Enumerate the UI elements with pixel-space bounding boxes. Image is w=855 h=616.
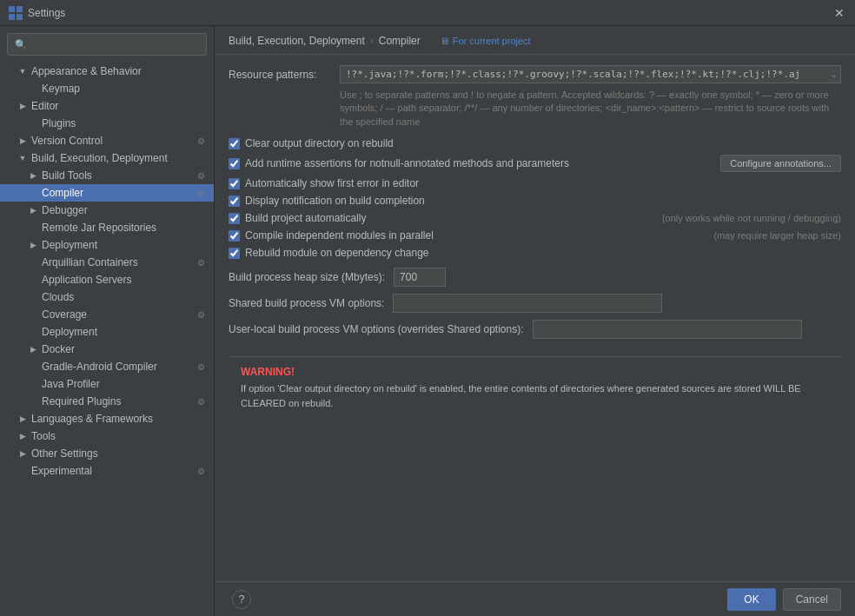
checkbox-compile-independent-input[interactable]: [229, 230, 240, 242]
expand-icon-other: [17, 448, 28, 459]
sidebar-item-plugins[interactable]: Plugins: [0, 115, 214, 132]
checkbox-auto-show-input[interactable]: [229, 178, 240, 189]
cancel-button[interactable]: Cancel: [783, 588, 841, 611]
leaf-icon-experimental: [17, 466, 28, 476]
user-local-vm-row: User-local build process VM options (ove…: [229, 320, 841, 339]
settings-content: Resource patterns: ⌄ Use ; to separate p…: [215, 55, 855, 581]
sidebar-item-deployment[interactable]: Deployment: [0, 236, 214, 254]
sidebar-label-compiler: Compiler: [42, 187, 83, 199]
leaf-icon-plugins: [28, 118, 38, 129]
heap-size-input[interactable]: [394, 268, 446, 287]
sidebar-label-docker: Docker: [42, 343, 75, 355]
sidebar-item-build-execution[interactable]: Build, Execution, Deployment: [0, 149, 214, 167]
sidebar-item-other-settings[interactable]: Other Settings: [0, 445, 214, 462]
checkbox-auto-show: Automatically show first error in editor: [229, 177, 841, 189]
build-auto-note: (only works while not running / debuggin…: [645, 213, 841, 223]
sidebar-label-experimental: Experimental: [31, 465, 92, 477]
sidebar-item-required-plugins[interactable]: Required Plugins ⚙: [0, 393, 214, 410]
checkbox-build-auto-input[interactable]: [229, 213, 240, 224]
help-button[interactable]: ?: [232, 590, 251, 609]
sidebar-item-keymap[interactable]: Keymap: [0, 80, 214, 97]
shared-vm-input[interactable]: [393, 294, 662, 313]
sidebar-item-tools[interactable]: Tools: [0, 427, 214, 445]
shared-vm-row: Shared build process VM options:: [229, 294, 841, 313]
search-box[interactable]: 🔍: [7, 33, 207, 56]
expand-resource-icon[interactable]: ⌄: [830, 69, 838, 80]
leaf-icon-remote-jar: [28, 222, 38, 233]
badge-compiler: ⚙: [195, 187, 207, 199]
warning-title: WARNING!: [241, 366, 829, 378]
checkbox-display-notification-input[interactable]: [229, 195, 240, 207]
project-link[interactable]: 🖥 For current project: [440, 36, 531, 46]
sidebar-label-other-settings: Other Settings: [31, 447, 98, 460]
leaf-icon-app-servers: [28, 275, 38, 285]
sidebar-item-clouds[interactable]: Clouds: [0, 288, 214, 306]
warning-text: If option 'Clear output directory on reb…: [241, 381, 829, 410]
badge-gradle-android: ⚙: [195, 361, 207, 373]
leaf-icon-clouds: [28, 292, 38, 302]
sidebar-item-coverage[interactable]: Coverage ⚙: [0, 306, 214, 323]
sidebar-item-experimental[interactable]: Experimental ⚙: [0, 462, 214, 480]
sidebar-item-gradle-android[interactable]: Gradle-Android Compiler ⚙: [0, 358, 214, 375]
checkbox-build-auto: Build project automatically (only works …: [229, 212, 841, 224]
badge-vc: ⚙: [195, 135, 207, 147]
leaf-icon-coverage: [28, 309, 38, 320]
sidebar-item-build-tools[interactable]: Build Tools ⚙: [0, 167, 214, 184]
expand-icon-deployment: [28, 240, 38, 250]
leaf-icon-deployment2: [28, 327, 38, 337]
sidebar-label-languages: Languages & Frameworks: [31, 413, 153, 425]
heap-size-label: Build process heap size (Mbytes):: [229, 271, 385, 283]
sidebar-item-version-control[interactable]: Version Control ⚙: [0, 132, 214, 149]
sidebar-item-languages[interactable]: Languages & Frameworks: [0, 410, 214, 427]
sidebar-item-editor[interactable]: Editor: [0, 97, 214, 115]
checkbox-clear-output-label: Clear output directory on rebuild: [245, 137, 394, 149]
bottom-bar: ? OK Cancel: [215, 581, 855, 616]
ok-button[interactable]: OK: [727, 588, 775, 611]
resource-patterns-label: Resource patterns:: [229, 65, 333, 81]
svg-rect-0: [9, 6, 15, 12]
sidebar-item-debugger[interactable]: Debugger: [0, 202, 214, 219]
sidebar-item-docker[interactable]: Docker: [0, 341, 214, 358]
expand-icon-tools: [17, 431, 28, 441]
project-icon: 🖥: [440, 36, 449, 46]
main-content: 🔍 Appearance & Behavior Keymap Editor Pl…: [0, 26, 855, 616]
sidebar-label-build-execution: Build, Execution, Deployment: [31, 152, 168, 164]
sidebar-item-arquillian[interactable]: Arquillian Containers ⚙: [0, 254, 214, 271]
sidebar-label-coverage: Coverage: [42, 308, 87, 321]
leaf-icon-java-profiler: [28, 379, 38, 389]
expand-icon-editor: [17, 101, 28, 111]
leaf-icon-arquillian: [28, 257, 38, 268]
sidebar-item-remote-jar[interactable]: Remote Jar Repositories: [0, 219, 214, 236]
checkbox-auto-show-label: Automatically show first error in editor: [245, 177, 419, 189]
compile-note: (may require larger heap size): [696, 230, 841, 241]
settings-window: Settings ✕ 🔍 Appearance & Behavior Keyma…: [0, 0, 855, 616]
sidebar-item-compiler[interactable]: Compiler ⚙: [0, 184, 214, 202]
project-label: For current project: [453, 36, 531, 46]
sidebar-item-deployment2[interactable]: Deployment: [0, 323, 214, 341]
main-panel: Build, Execution, Deployment › Compiler …: [215, 26, 855, 616]
sidebar-item-java-profiler[interactable]: Java Profiler: [0, 375, 214, 393]
badge-build-tools: ⚙: [195, 169, 207, 182]
resource-patterns-input[interactable]: [340, 65, 841, 83]
sidebar-label-gradle-android: Gradle-Android Compiler: [42, 361, 157, 373]
checkbox-add-runtime-input[interactable]: [229, 158, 240, 169]
checkbox-rebuild-module-input[interactable]: [229, 248, 240, 259]
user-local-vm-input[interactable]: [533, 320, 802, 339]
checkbox-clear-output-input[interactable]: [229, 138, 240, 149]
sidebar-label-build-tools: Build Tools: [42, 169, 92, 182]
expand-icon-appearance: [17, 66, 28, 76]
configure-annotations-button[interactable]: Configure annotations...: [720, 155, 841, 172]
badge-experimental: ⚙: [195, 465, 207, 477]
checkbox-add-runtime-label: Add runtime assertions for notnull-annot…: [245, 157, 569, 169]
search-icon: 🔍: [15, 39, 27, 50]
leaf-icon-required-plugins: [28, 396, 38, 407]
close-button[interactable]: ✕: [832, 6, 846, 20]
sidebar-item-app-servers[interactable]: Application Servers: [0, 271, 214, 288]
search-input[interactable]: [30, 38, 199, 50]
checkbox-display-notification-label: Display notification on build completion: [245, 195, 425, 207]
expand-icon-vc: [17, 136, 28, 146]
sidebar-item-appearance[interactable]: Appearance & Behavior: [0, 63, 214, 80]
sidebar-label-deployment: Deployment: [42, 239, 97, 251]
badge-required-plugins: ⚙: [195, 395, 207, 407]
sidebar-label-remote-jar: Remote Jar Repositories: [42, 222, 156, 234]
